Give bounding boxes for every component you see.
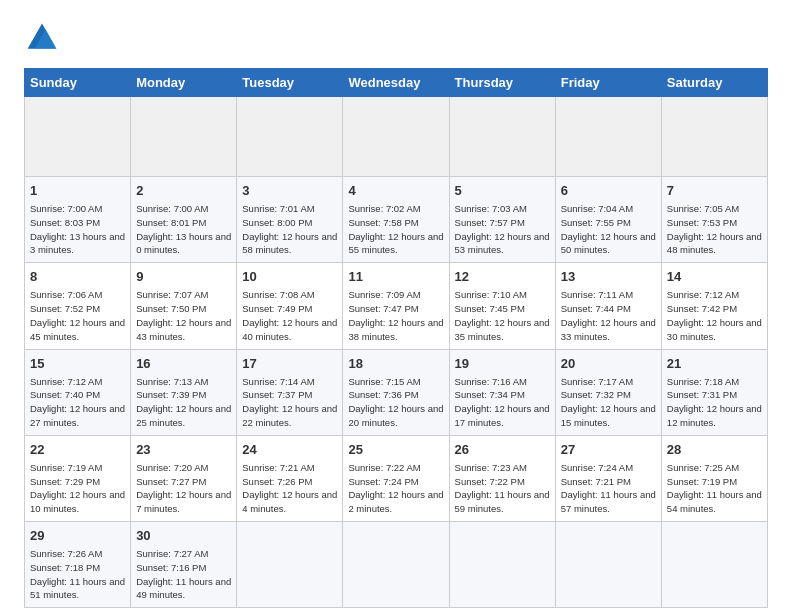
day-number: 27: [561, 441, 656, 459]
calendar-cell: 27Sunrise: 7:24 AMSunset: 7:21 PMDayligh…: [555, 435, 661, 521]
calendar-cell: [237, 97, 343, 177]
day-info: Sunrise: 7:18 AMSunset: 7:31 PMDaylight:…: [667, 375, 762, 430]
calendar-cell: 15Sunrise: 7:12 AMSunset: 7:40 PMDayligh…: [25, 349, 131, 435]
calendar-cell: 21Sunrise: 7:18 AMSunset: 7:31 PMDayligh…: [661, 349, 767, 435]
day-number: 25: [348, 441, 443, 459]
day-info: Sunrise: 7:14 AMSunset: 7:37 PMDaylight:…: [242, 375, 337, 430]
day-number: 12: [455, 268, 550, 286]
calendar-cell: 10Sunrise: 7:08 AMSunset: 7:49 PMDayligh…: [237, 263, 343, 349]
week-row-2: 8Sunrise: 7:06 AMSunset: 7:52 PMDaylight…: [25, 263, 768, 349]
day-header-thursday: Thursday: [449, 69, 555, 97]
day-header-sunday: Sunday: [25, 69, 131, 97]
week-row-5: 29Sunrise: 7:26 AMSunset: 7:18 PMDayligh…: [25, 522, 768, 608]
day-number: 4: [348, 182, 443, 200]
day-number: 18: [348, 355, 443, 373]
day-header-friday: Friday: [555, 69, 661, 97]
day-number: 22: [30, 441, 125, 459]
day-number: 17: [242, 355, 337, 373]
day-info: Sunrise: 7:24 AMSunset: 7:21 PMDaylight:…: [561, 461, 656, 516]
calendar-cell: 29Sunrise: 7:26 AMSunset: 7:18 PMDayligh…: [25, 522, 131, 608]
calendar-cell: 16Sunrise: 7:13 AMSunset: 7:39 PMDayligh…: [131, 349, 237, 435]
calendar-cell: 4Sunrise: 7:02 AMSunset: 7:58 PMDaylight…: [343, 177, 449, 263]
calendar-cell: 26Sunrise: 7:23 AMSunset: 7:22 PMDayligh…: [449, 435, 555, 521]
calendar-cell: 25Sunrise: 7:22 AMSunset: 7:24 PMDayligh…: [343, 435, 449, 521]
calendar-cell: 8Sunrise: 7:06 AMSunset: 7:52 PMDaylight…: [25, 263, 131, 349]
calendar-cell: 24Sunrise: 7:21 AMSunset: 7:26 PMDayligh…: [237, 435, 343, 521]
day-number: 2: [136, 182, 231, 200]
day-info: Sunrise: 7:02 AMSunset: 7:58 PMDaylight:…: [348, 202, 443, 257]
day-info: Sunrise: 7:23 AMSunset: 7:22 PMDaylight:…: [455, 461, 550, 516]
calendar-cell: [343, 522, 449, 608]
day-number: 10: [242, 268, 337, 286]
calendar-cell: 3Sunrise: 7:01 AMSunset: 8:00 PMDaylight…: [237, 177, 343, 263]
calendar-cell: 28Sunrise: 7:25 AMSunset: 7:19 PMDayligh…: [661, 435, 767, 521]
day-number: 24: [242, 441, 337, 459]
calendar-cell: 9Sunrise: 7:07 AMSunset: 7:50 PMDaylight…: [131, 263, 237, 349]
day-info: Sunrise: 7:22 AMSunset: 7:24 PMDaylight:…: [348, 461, 443, 516]
day-number: 26: [455, 441, 550, 459]
calendar-cell: [555, 97, 661, 177]
day-number: 20: [561, 355, 656, 373]
day-info: Sunrise: 7:12 AMSunset: 7:42 PMDaylight:…: [667, 288, 762, 343]
day-info: Sunrise: 7:09 AMSunset: 7:47 PMDaylight:…: [348, 288, 443, 343]
day-info: Sunrise: 7:15 AMSunset: 7:36 PMDaylight:…: [348, 375, 443, 430]
page: SundayMondayTuesdayWednesdayThursdayFrid…: [0, 0, 792, 612]
day-info: Sunrise: 7:21 AMSunset: 7:26 PMDaylight:…: [242, 461, 337, 516]
calendar-cell: 11Sunrise: 7:09 AMSunset: 7:47 PMDayligh…: [343, 263, 449, 349]
day-header-wednesday: Wednesday: [343, 69, 449, 97]
day-header-saturday: Saturday: [661, 69, 767, 97]
day-number: 3: [242, 182, 337, 200]
day-number: 7: [667, 182, 762, 200]
day-info: Sunrise: 7:06 AMSunset: 7:52 PMDaylight:…: [30, 288, 125, 343]
day-number: 13: [561, 268, 656, 286]
logo-icon: [24, 20, 60, 56]
day-number: 6: [561, 182, 656, 200]
calendar-cell: 23Sunrise: 7:20 AMSunset: 7:27 PMDayligh…: [131, 435, 237, 521]
day-number: 16: [136, 355, 231, 373]
calendar-cell: 22Sunrise: 7:19 AMSunset: 7:29 PMDayligh…: [25, 435, 131, 521]
calendar-cell: [661, 522, 767, 608]
calendar-cell: [343, 97, 449, 177]
day-number: 8: [30, 268, 125, 286]
calendar-cell: 1Sunrise: 7:00 AMSunset: 8:03 PMDaylight…: [25, 177, 131, 263]
day-number: 30: [136, 527, 231, 545]
logo: [24, 20, 66, 56]
week-row-3: 15Sunrise: 7:12 AMSunset: 7:40 PMDayligh…: [25, 349, 768, 435]
day-info: Sunrise: 7:17 AMSunset: 7:32 PMDaylight:…: [561, 375, 656, 430]
calendar-cell: [131, 97, 237, 177]
day-info: Sunrise: 7:11 AMSunset: 7:44 PMDaylight:…: [561, 288, 656, 343]
day-info: Sunrise: 7:25 AMSunset: 7:19 PMDaylight:…: [667, 461, 762, 516]
day-info: Sunrise: 7:16 AMSunset: 7:34 PMDaylight:…: [455, 375, 550, 430]
day-number: 1: [30, 182, 125, 200]
calendar-cell: [25, 97, 131, 177]
day-number: 29: [30, 527, 125, 545]
day-number: 21: [667, 355, 762, 373]
week-row-0: [25, 97, 768, 177]
day-info: Sunrise: 7:01 AMSunset: 8:00 PMDaylight:…: [242, 202, 337, 257]
calendar-cell: 18Sunrise: 7:15 AMSunset: 7:36 PMDayligh…: [343, 349, 449, 435]
week-row-1: 1Sunrise: 7:00 AMSunset: 8:03 PMDaylight…: [25, 177, 768, 263]
day-info: Sunrise: 7:13 AMSunset: 7:39 PMDaylight:…: [136, 375, 231, 430]
day-info: Sunrise: 7:19 AMSunset: 7:29 PMDaylight:…: [30, 461, 125, 516]
calendar-cell: [237, 522, 343, 608]
day-info: Sunrise: 7:04 AMSunset: 7:55 PMDaylight:…: [561, 202, 656, 257]
calendar-cell: 5Sunrise: 7:03 AMSunset: 7:57 PMDaylight…: [449, 177, 555, 263]
day-number: 14: [667, 268, 762, 286]
day-number: 19: [455, 355, 550, 373]
calendar-cell: 2Sunrise: 7:00 AMSunset: 8:01 PMDaylight…: [131, 177, 237, 263]
calendar-cell: 17Sunrise: 7:14 AMSunset: 7:37 PMDayligh…: [237, 349, 343, 435]
day-info: Sunrise: 7:00 AMSunset: 8:03 PMDaylight:…: [30, 202, 125, 257]
day-header-monday: Monday: [131, 69, 237, 97]
calendar-cell: [449, 522, 555, 608]
day-number: 15: [30, 355, 125, 373]
calendar-cell: 12Sunrise: 7:10 AMSunset: 7:45 PMDayligh…: [449, 263, 555, 349]
calendar-cell: 6Sunrise: 7:04 AMSunset: 7:55 PMDaylight…: [555, 177, 661, 263]
header-row: SundayMondayTuesdayWednesdayThursdayFrid…: [25, 69, 768, 97]
calendar-cell: [449, 97, 555, 177]
calendar-cell: 14Sunrise: 7:12 AMSunset: 7:42 PMDayligh…: [661, 263, 767, 349]
day-info: Sunrise: 7:10 AMSunset: 7:45 PMDaylight:…: [455, 288, 550, 343]
day-number: 5: [455, 182, 550, 200]
day-info: Sunrise: 7:00 AMSunset: 8:01 PMDaylight:…: [136, 202, 231, 257]
calendar-cell: [555, 522, 661, 608]
day-info: Sunrise: 7:05 AMSunset: 7:53 PMDaylight:…: [667, 202, 762, 257]
